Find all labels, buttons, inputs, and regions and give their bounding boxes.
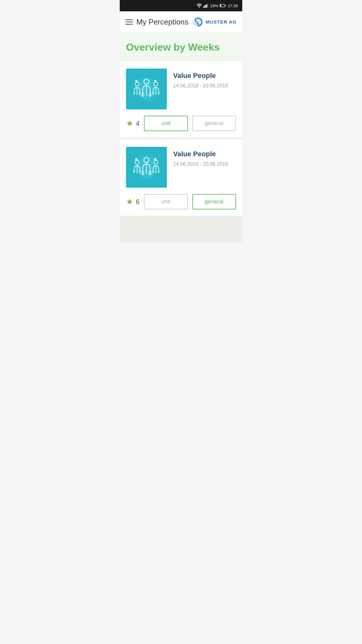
- card-1-title: Value People: [173, 72, 236, 80]
- card-2-general-tab[interactable]: general: [192, 194, 236, 209]
- battery-percent: 19%: [210, 3, 218, 8]
- card-1-unit-tab[interactable]: unit: [144, 116, 188, 131]
- signal-icon: [203, 3, 208, 8]
- card-2-count: 6: [136, 198, 140, 206]
- logo-icon: [192, 16, 204, 28]
- card-1-date: 14.06.2018 - 20.06.2018: [173, 83, 236, 89]
- logo-text: MUSTER AG: [206, 19, 237, 25]
- content-area: Value People 14.06.2018 - 20.06.2018 ★ 4…: [120, 61, 242, 218]
- footer-area: [120, 218, 242, 243]
- top-nav: My Perceptions MUSTER AG: [120, 11, 242, 33]
- overview-title: Overview by Weeks: [126, 42, 236, 53]
- hamburger-menu[interactable]: [125, 19, 133, 25]
- card-1-count: 4: [136, 119, 140, 128]
- svg-point-8: [197, 23, 199, 25]
- star-icon-1: ★: [126, 119, 133, 128]
- card-1-rating: ★ 4: [126, 119, 140, 128]
- value-people-icon-2: [131, 153, 162, 181]
- status-bar: 19% 17:28: [120, 0, 242, 11]
- card-2-unit-tab[interactable]: unit: [144, 194, 188, 209]
- perception-card-2: Value People 14.06.2018 - 20.06.2018 ★ 6…: [120, 139, 242, 218]
- card-1-image: [126, 69, 167, 109]
- time-display: 17:28: [228, 3, 238, 8]
- card-2-image: [126, 147, 167, 188]
- svg-rect-1: [205, 5, 206, 8]
- star-icon-2: ★: [126, 197, 133, 207]
- overview-header: Overview by Weeks: [120, 33, 242, 61]
- battery-icon: [220, 4, 226, 8]
- card-1-top: Value People 14.06.2018 - 20.06.2018: [126, 69, 236, 109]
- svg-rect-2: [206, 4, 207, 8]
- card-2-bottom: ★ 6 unit general: [126, 194, 236, 209]
- wifi-icon: [197, 3, 202, 8]
- card-2-title: Value People: [173, 150, 236, 158]
- card-1-info: Value People 14.06.2018 - 20.06.2018: [173, 69, 236, 89]
- status-icons: 19% 17:28: [197, 3, 238, 8]
- svg-rect-3: [207, 4, 208, 8]
- value-people-icon-1: [131, 75, 162, 103]
- card-2-top: Value People 14.06.2018 - 20.06.2018: [126, 147, 236, 188]
- company-logo: MUSTER AG: [192, 16, 237, 28]
- svg-rect-0: [203, 6, 204, 8]
- perception-card-1: Value People 14.06.2018 - 20.06.2018 ★ 4…: [120, 61, 242, 139]
- card-1-general-tab[interactable]: general: [192, 116, 236, 131]
- svg-rect-6: [220, 5, 221, 7]
- page-title: My Perceptions: [136, 18, 188, 26]
- card-2-info: Value People 14.06.2018 - 20.06.2018: [173, 147, 236, 167]
- card-1-bottom: ★ 4 unit general: [126, 116, 236, 131]
- svg-rect-5: [225, 5, 226, 6]
- card-2-rating: ★ 6: [126, 197, 140, 207]
- card-2-date: 14.06.2018 - 20.06.2018: [173, 161, 236, 167]
